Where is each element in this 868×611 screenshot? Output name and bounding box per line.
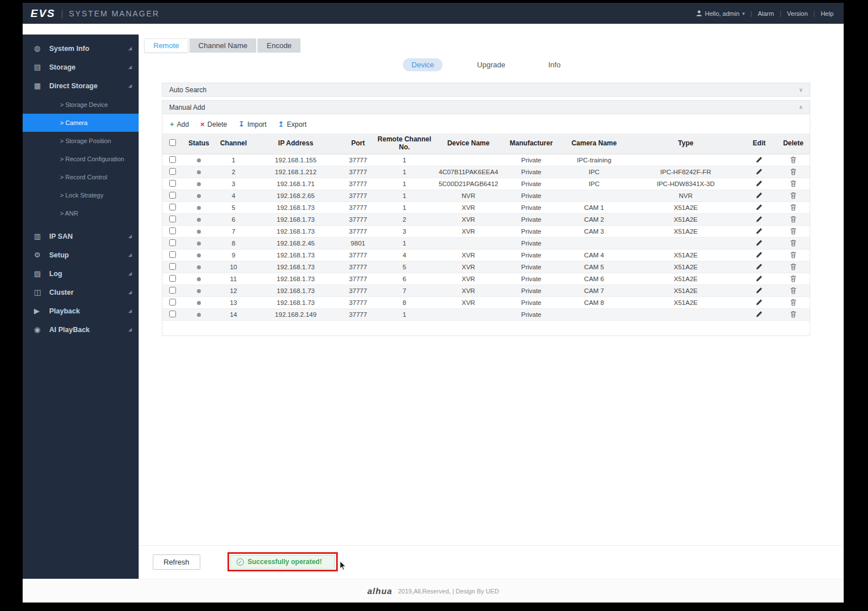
sidebar-subitem-storage-device[interactable]: > Storage Device bbox=[23, 96, 139, 114]
row-select-checkbox[interactable] bbox=[169, 156, 176, 163]
row-select-checkbox[interactable] bbox=[169, 239, 176, 246]
row-select-checkbox[interactable] bbox=[169, 168, 176, 175]
import-button[interactable]: ↧ Import bbox=[238, 120, 267, 128]
sidebar-item-ai-playback[interactable]: ◉AI PlayBack◢ bbox=[23, 320, 139, 339]
tab-channel-name[interactable]: Channel Name bbox=[190, 38, 257, 53]
alarm-link[interactable]: Alarm bbox=[758, 10, 774, 17]
delete-icon[interactable] bbox=[788, 167, 798, 176]
delete-icon[interactable] bbox=[788, 227, 798, 235]
cell-type: X51A2E bbox=[630, 213, 741, 225]
tab-remote[interactable]: Remote bbox=[144, 38, 188, 53]
row-select-checkbox[interactable] bbox=[169, 180, 176, 187]
delete-icon[interactable] bbox=[788, 191, 798, 200]
status-dot bbox=[197, 313, 201, 317]
sidebar-item-log[interactable]: ▨Log◢ bbox=[23, 264, 139, 283]
row-select-checkbox[interactable] bbox=[169, 251, 176, 258]
cell-type: IPC-HDW8341X-3D bbox=[630, 178, 741, 190]
import-icon: ↧ bbox=[238, 120, 244, 128]
bottom-bar: Refresh ✓ Successfully operated! bbox=[139, 545, 844, 579]
subtab-upgrade[interactable]: Upgrade bbox=[469, 58, 514, 71]
cell-camera-name: CAM 7 bbox=[558, 285, 630, 296]
row-select-checkbox[interactable] bbox=[169, 263, 176, 270]
tab-encode[interactable]: Encode bbox=[257, 38, 300, 53]
edit-icon[interactable] bbox=[754, 156, 764, 164]
delete-icon[interactable] bbox=[788, 274, 798, 283]
edit-icon[interactable] bbox=[754, 191, 764, 200]
help-link[interactable]: Help bbox=[820, 10, 833, 17]
row-select-checkbox[interactable] bbox=[169, 287, 176, 294]
delete-icon[interactable] bbox=[788, 251, 798, 259]
row-select-checkbox[interactable] bbox=[169, 192, 176, 199]
status-dot bbox=[197, 301, 201, 305]
edit-icon[interactable] bbox=[754, 286, 764, 295]
cell-channel: 4 bbox=[215, 190, 251, 201]
cell-port: 37777 bbox=[340, 273, 376, 285]
sidebar-item-cluster[interactable]: ◫Cluster◢ bbox=[23, 283, 139, 302]
column-header-port: Port bbox=[340, 134, 376, 154]
row-select-checkbox[interactable] bbox=[169, 216, 176, 222]
delete-icon[interactable] bbox=[788, 203, 798, 212]
edit-icon[interactable] bbox=[754, 298, 764, 307]
sidebar-item-ip-san[interactable]: ▥IP SAN◢ bbox=[23, 227, 139, 246]
row-select-checkbox[interactable] bbox=[169, 204, 176, 210]
sidebar-item-setup[interactable]: ⚙Setup◢ bbox=[23, 246, 139, 264]
sidebar-subitem-storage-position[interactable]: > Storage Position bbox=[23, 132, 139, 150]
manual-add-header[interactable]: Manual Add ∧ bbox=[162, 100, 810, 114]
edit-icon[interactable] bbox=[754, 227, 764, 235]
row-select-checkbox[interactable] bbox=[169, 299, 176, 306]
delete-icon[interactable] bbox=[788, 298, 798, 307]
row-select-checkbox[interactable] bbox=[169, 311, 176, 317]
column-header-channel: Channel bbox=[215, 134, 251, 154]
edit-icon[interactable] bbox=[754, 203, 764, 212]
sidebar-subitem-record-configuration[interactable]: > Record Configuration bbox=[23, 150, 139, 168]
sidebar-item-playback[interactable]: ▶Playback◢ bbox=[23, 302, 139, 320]
edit-icon[interactable] bbox=[754, 251, 764, 259]
delete-icon[interactable] bbox=[788, 215, 798, 223]
edit-icon[interactable] bbox=[754, 239, 764, 247]
edit-icon[interactable] bbox=[754, 310, 764, 319]
auto-search-header[interactable]: Auto Search ∨ bbox=[162, 83, 810, 97]
row-select-checkbox[interactable] bbox=[169, 227, 176, 234]
version-link[interactable]: Version bbox=[787, 10, 808, 17]
table-row: 11192.168.1.73377776XVRPrivateCAM 6X51A2… bbox=[162, 273, 810, 285]
cell-device-name bbox=[432, 308, 504, 320]
sidebar-subitem-camera[interactable]: > Camera bbox=[23, 114, 139, 132]
add-button[interactable]: + Add bbox=[170, 120, 189, 128]
cell-remote-channel-no: 6 bbox=[376, 273, 433, 285]
export-button[interactable]: ↥ Export bbox=[278, 120, 307, 128]
edit-icon[interactable] bbox=[754, 167, 764, 176]
delete-icon[interactable] bbox=[788, 286, 798, 295]
cell-manufacturer: Private bbox=[504, 261, 558, 273]
user-menu[interactable]: Hello, admin ▾ bbox=[696, 10, 745, 17]
refresh-button[interactable]: Refresh bbox=[153, 554, 200, 570]
edit-icon[interactable] bbox=[754, 263, 764, 271]
row-select-checkbox[interactable] bbox=[169, 275, 176, 282]
sidebar-item-system-info[interactable]: ◍System Info◢ bbox=[23, 39, 139, 58]
ip-san-icon: ▥ bbox=[34, 232, 49, 240]
sidebar-subitem-anr[interactable]: > ANR bbox=[23, 204, 139, 222]
delete-icon[interactable] bbox=[788, 239, 798, 247]
delete-icon[interactable] bbox=[788, 310, 798, 319]
delete-button[interactable]: × Delete bbox=[200, 120, 227, 128]
delete-icon[interactable] bbox=[788, 156, 798, 164]
sidebar-item-storage[interactable]: ▤Storage◢ bbox=[23, 58, 139, 76]
status-dot bbox=[197, 206, 201, 210]
edit-icon[interactable] bbox=[754, 215, 764, 223]
edit-icon[interactable] bbox=[754, 274, 764, 283]
column-header-camera-name: Camera Name bbox=[558, 134, 630, 154]
app-title: SYSTEM MANAGER bbox=[69, 9, 160, 18]
delete-icon[interactable] bbox=[788, 263, 798, 271]
cell-manufacturer: Private bbox=[504, 273, 558, 285]
subtab-info[interactable]: Info bbox=[540, 58, 569, 71]
select-all-checkbox[interactable] bbox=[169, 139, 176, 146]
subtab-device[interactable]: Device bbox=[403, 58, 442, 71]
cell-type: X51A2E bbox=[630, 296, 741, 308]
sidebar-subitem-lock-strategy[interactable]: > Lock Strategy bbox=[23, 186, 139, 204]
sidebar-submenu: > Storage Device> Camera> Storage Positi… bbox=[23, 95, 139, 227]
delete-icon[interactable] bbox=[788, 179, 798, 188]
sidebar-subitem-record-control[interactable]: > Record Control bbox=[23, 168, 139, 186]
edit-icon[interactable] bbox=[754, 179, 764, 188]
cell-ip: 192.168.1.73 bbox=[252, 273, 340, 285]
sidebar-item-direct-storage[interactable]: ▦Direct Storage◢ bbox=[23, 76, 139, 95]
expand-corner-icon: ◢ bbox=[128, 46, 132, 51]
